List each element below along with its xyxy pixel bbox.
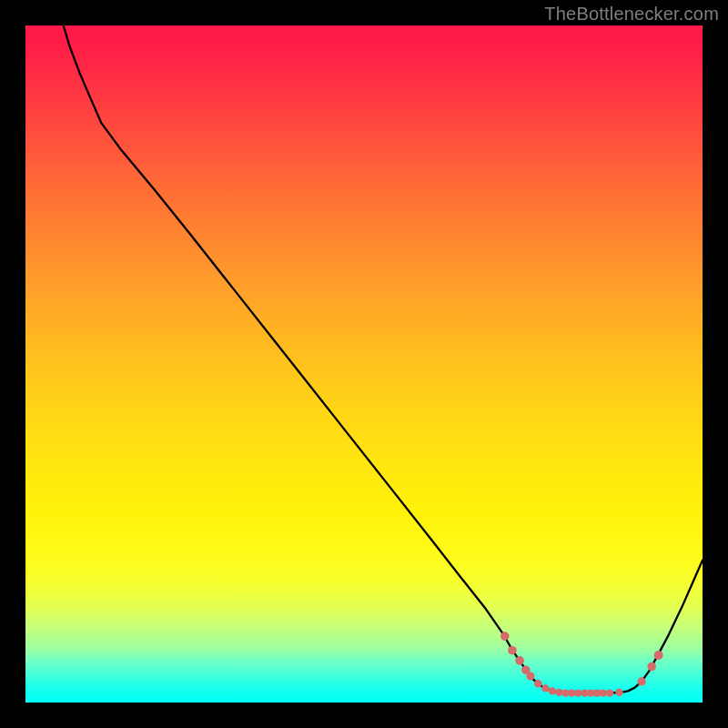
data-point [637, 677, 645, 685]
data-point [606, 689, 613, 696]
data-point [599, 689, 606, 696]
curve-line [64, 25, 703, 693]
data-point [555, 689, 562, 696]
data-point [647, 662, 656, 672]
data-point [515, 656, 524, 665]
chart-svg [25, 25, 703, 703]
data-point [574, 689, 581, 696]
data-point [549, 687, 556, 694]
data-point [500, 632, 510, 641]
data-point [527, 672, 535, 680]
data-point [654, 651, 663, 660]
data-point [534, 680, 542, 688]
chart-container: TheBottlenecker.com [0, 0, 728, 728]
data-point [508, 646, 517, 655]
data-point [615, 689, 622, 696]
data-point [541, 684, 549, 692]
data-points-group [500, 632, 663, 696]
plot-area [25, 25, 703, 703]
attribution-text: TheBottlenecker.com [544, 4, 719, 25]
